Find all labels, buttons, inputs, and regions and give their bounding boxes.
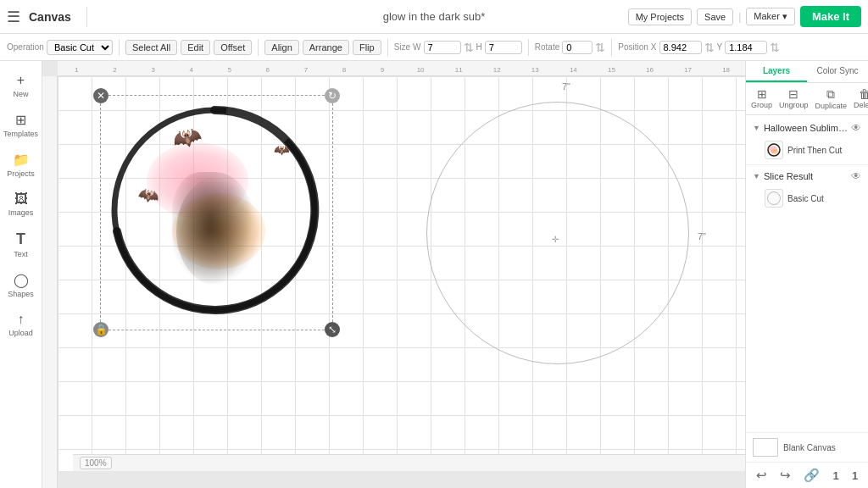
project-title: glow in the dark sub* xyxy=(383,10,486,23)
second-toolbar: Operation Basic Cut Select All Edit Offs… xyxy=(0,34,868,61)
ungroup-button[interactable]: ⊟ Ungroup xyxy=(777,86,810,112)
zoom-indicator[interactable]: 100% xyxy=(80,457,112,469)
tab-layers[interactable]: Layers xyxy=(746,61,807,82)
delete-button[interactable]: 🗑 Delete xyxy=(852,86,868,112)
right-panel: Layers Color Sync ⊞ Group ⊟ Ungroup ⧉ Du… xyxy=(745,61,868,488)
delete-icon: 🗑 xyxy=(859,87,868,101)
group-button[interactable]: ⊞ Group xyxy=(749,86,774,112)
maker-button[interactable]: Maker ▾ xyxy=(746,8,795,25)
sidebar-item-text[interactable]: T Text xyxy=(3,225,40,263)
sidebar-item-upload[interactable]: ↑ Upload xyxy=(3,307,40,342)
new-icon: + xyxy=(17,73,25,88)
sidebar-label-templates: Templates xyxy=(3,130,38,138)
make-it-button[interactable]: Make It xyxy=(800,6,861,27)
position-group: Position X ⇅ Y ⇅ xyxy=(618,41,780,54)
panel-icon-row: ⊞ Group ⊟ Ungroup ⧉ Duplicate 🗑 Delete xyxy=(746,83,868,115)
visibility-eye-icon[interactable]: 👁 xyxy=(851,122,861,134)
handle-lock[interactable]: 🔒 xyxy=(93,322,108,337)
shapes-icon: ◯ xyxy=(14,272,29,288)
delete-label: Delete xyxy=(854,101,868,109)
height-input[interactable] xyxy=(485,41,522,54)
circle-thumb xyxy=(767,191,781,205)
ruler-mark: 3 xyxy=(134,66,172,74)
select-all-button[interactable]: Select All xyxy=(125,40,177,55)
upload-icon: ↑ xyxy=(18,312,25,327)
ruler-mark: 5 xyxy=(210,66,248,74)
link-button[interactable]: 🔗 xyxy=(802,466,821,485)
app-title: Canvas xyxy=(29,10,71,24)
my-projects-button[interactable]: My Projects xyxy=(628,8,692,25)
text-icon: T xyxy=(16,230,25,248)
x-input[interactable] xyxy=(659,41,702,54)
ungroup-label: Ungroup xyxy=(779,101,809,109)
operation-group: Operation Basic Cut xyxy=(7,40,113,55)
save-button[interactable]: Save xyxy=(697,8,733,25)
redo-button[interactable]: ↪ xyxy=(778,466,793,485)
ruler-mark: 2 xyxy=(96,66,134,74)
layer-group-name: Halloween Sublimation Fo... xyxy=(764,123,848,133)
hamburger-icon[interactable]: ☰ xyxy=(7,8,20,26)
offset-button[interactable]: Offset xyxy=(214,40,252,55)
group-label: Group xyxy=(751,101,772,109)
rotate-input[interactable] xyxy=(562,41,593,54)
left-sidebar: + New ⊞ Templates 📁 Projects 🖼 Images T … xyxy=(0,61,42,488)
dim-label-right: 7" xyxy=(698,231,706,241)
tab-color-sync[interactable]: Color Sync xyxy=(807,61,868,82)
arrange-button[interactable]: Arrange xyxy=(303,40,349,55)
h-label: H xyxy=(476,42,482,52)
projects-icon: 📁 xyxy=(13,152,30,168)
w-label: W xyxy=(413,42,420,52)
canvas-grid[interactable]: 🦇 🦇 🦇 ✕ ↻ 🔒 ⤡ 7" xyxy=(58,76,745,471)
rotate-group: Rotate ⇅ xyxy=(535,41,605,54)
handle-close[interactable]: ✕ xyxy=(93,88,108,103)
duplicate-button[interactable]: ⧉ Duplicate xyxy=(814,86,849,112)
ruler-mark: 8 xyxy=(325,66,363,74)
handle-rotate[interactable]: ↻ xyxy=(325,88,340,103)
sep4 xyxy=(528,39,529,56)
ruler-mark: 18 xyxy=(707,66,745,74)
zoom-out-button[interactable]: 1 xyxy=(850,466,860,485)
blank-canvas-label: Blank Canvas xyxy=(783,443,836,452)
sidebar-item-projects[interactable]: 📁 Projects xyxy=(3,147,40,183)
layer-item-basic-cut-label: Basic Cut xyxy=(787,194,824,203)
ruler-mark: 6 xyxy=(248,66,287,74)
undo-button[interactable]: ↩ xyxy=(754,466,769,485)
expand-arrow-2-icon: ▼ xyxy=(753,172,760,180)
sidebar-label-projects: Projects xyxy=(7,169,35,178)
layer-item-basic-cut[interactable]: Basic Cut xyxy=(751,186,863,211)
y-label: Y xyxy=(717,42,723,52)
sidebar-item-shapes[interactable]: ◯ Shapes xyxy=(3,267,40,303)
handle-scale[interactable]: ⤡ xyxy=(325,322,340,337)
ruler-mark: 17 xyxy=(669,66,707,74)
blank-canvas-thumbnail xyxy=(753,438,778,457)
operation-select[interactable]: Basic Cut xyxy=(47,40,113,55)
align-button[interactable]: Align xyxy=(264,40,298,55)
visibility-eye-2-icon[interactable]: 👁 xyxy=(851,170,861,182)
cursor-indicator: ✛ xyxy=(552,233,560,241)
layer-item-print-then-cut[interactable]: Print Then Cut xyxy=(751,137,863,163)
layers-list: ▼ Halloween Sublimation Fo... 👁 Prin xyxy=(746,115,868,432)
layer-group-slice-header[interactable]: ▼ Slice Result 👁 xyxy=(751,167,863,186)
sidebar-item-new[interactable]: + New xyxy=(3,68,40,103)
ruler-mark: 14 xyxy=(554,66,593,74)
ruler-mark: 4 xyxy=(172,66,210,74)
ruler-mark: 15 xyxy=(593,66,631,74)
sidebar-item-images[interactable]: 🖼 Images xyxy=(3,186,40,222)
y-input[interactable] xyxy=(725,41,767,54)
operation-label: Operation xyxy=(7,42,44,52)
sidebar-label-upload: Upload xyxy=(8,329,33,337)
flip-button[interactable]: Flip xyxy=(353,40,381,55)
sidebar-item-templates[interactable]: ⊞ Templates xyxy=(3,107,40,143)
width-input[interactable] xyxy=(424,41,461,54)
separator-2: | xyxy=(738,11,741,23)
panel-tabs: Layers Color Sync xyxy=(746,61,868,83)
images-icon: 🖼 xyxy=(14,191,28,207)
edit-button[interactable]: Edit xyxy=(181,40,210,55)
sidebar-label-shapes: Shapes xyxy=(8,290,34,298)
bottom-bar: 100% xyxy=(73,454,745,471)
canvas-area[interactable]: 1 2 3 4 5 6 7 8 9 10 11 12 13 14 15 16 1… xyxy=(42,61,745,488)
sidebar-label-images: Images xyxy=(8,208,34,217)
ruler-mark: 13 xyxy=(516,66,554,74)
zoom-in-button[interactable]: 1 xyxy=(832,466,841,485)
layer-group-halloween-header[interactable]: ▼ Halloween Sublimation Fo... 👁 xyxy=(751,119,863,137)
